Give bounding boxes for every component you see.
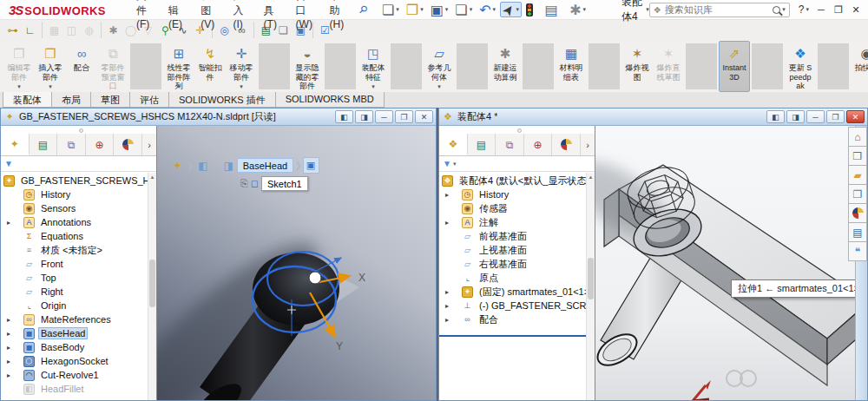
taskpane-forum-tab[interactable]: ❝ bbox=[848, 241, 867, 261]
tree-item-origin[interactable]: ▸ ⌞ Origin bbox=[1, 299, 156, 312]
web-button[interactable]: ◍ bbox=[81, 22, 97, 38]
snapshot-button[interactable]: ◉ 拍快照 ▾ bbox=[851, 41, 868, 92]
linear-pattern-button[interactable]: ⊞ 线性零部件阵列 ▾ bbox=[163, 41, 194, 92]
tree-item-annotations[interactable]: ▸ A Annotations bbox=[1, 215, 156, 229]
expand-arrow-icon[interactable]: ▸ bbox=[445, 288, 449, 296]
explode-lines-button[interactable]: ✶ 爆炸直线草图 ▾ bbox=[653, 41, 684, 92]
dropdown-caret-icon[interactable]: ▾ bbox=[49, 82, 52, 92]
dropdown-caret-icon[interactable]: ▾ bbox=[445, 6, 449, 13]
mate-tool-button[interactable]: ⊶ bbox=[4, 22, 21, 38]
part-crumb-icon[interactable]: ✦ bbox=[169, 157, 186, 174]
taskpane-file-explorer-tab[interactable]: ▰ bbox=[848, 165, 867, 185]
tree-item-front-plane[interactable]: ▸ ▱ 前视基准面 bbox=[439, 229, 595, 243]
tree-item-history[interactable]: ▸ ◷ History bbox=[1, 187, 156, 201]
taskpane-custom-properties-tab[interactable]: ▤ bbox=[848, 222, 867, 242]
separator[interactable]: ▾ bbox=[686, 43, 717, 89]
displaymanager-tab[interactable] bbox=[552, 134, 581, 155]
dropdown-caret-icon[interactable]: ▾ bbox=[437, 82, 441, 92]
breadcrumb-feature-label[interactable]: BaseHead bbox=[237, 158, 293, 173]
help-button[interactable]: ? ▾ bbox=[799, 3, 809, 16]
undo-button[interactable]: ↶ ▾ bbox=[477, 2, 498, 17]
featuremanager-tree-tab[interactable]: ❖ bbox=[439, 134, 468, 155]
tree-item-right-plane[interactable]: ▸ ▱ 右视基准面 bbox=[439, 257, 595, 271]
expand-arrow-icon[interactable]: ▸ bbox=[7, 358, 10, 365]
move-component-button[interactable]: ✛ 移动零部件 ▾ bbox=[226, 41, 257, 92]
part-window-titlebar[interactable]: ✦ GB_FASTENER_SCREWS_HSHCS M12X40-N.sldp… bbox=[1, 108, 436, 126]
expand-arrow-icon[interactable]: ▸ bbox=[445, 219, 449, 227]
panel-tabs-expand-chevron[interactable]: › bbox=[142, 134, 156, 155]
save-button[interactable]: ▣ ▾ bbox=[428, 2, 451, 17]
tab-solidworks-addins[interactable]: SOLIDWORKS 插件 bbox=[168, 92, 276, 108]
minimize-button[interactable]: ─ bbox=[375, 110, 393, 123]
separator[interactable]: ▾ bbox=[391, 43, 422, 89]
close-button[interactable]: ✕ bbox=[847, 4, 865, 16]
separator[interactable]: ▾ bbox=[130, 43, 161, 89]
separator[interactable]: ▾ bbox=[325, 43, 356, 89]
pane-right-button[interactable]: ◨ bbox=[786, 110, 805, 123]
sketch-crumb-icon[interactable]: ▣ bbox=[303, 157, 319, 174]
dropdown-caret-icon[interactable]: ▾ bbox=[493, 6, 496, 13]
expand-arrow-icon[interactable]: ▸ bbox=[7, 316, 10, 324]
mate-button[interactable]: ∞ 配合 ▾ bbox=[66, 41, 97, 92]
tab-sketch[interactable]: 草图 bbox=[90, 92, 130, 108]
dropdown-caret-icon[interactable]: ▾ bbox=[583, 6, 587, 13]
select-tool-button[interactable]: ➤ ▾ bbox=[500, 2, 522, 17]
expand-arrow-icon[interactable]: ▸ bbox=[7, 371, 10, 379]
tree-item-top-plane[interactable]: ▸ ▱ Top bbox=[1, 271, 156, 285]
dropdown-caret-icon[interactable]: ▾ bbox=[177, 82, 181, 92]
search-icon[interactable] bbox=[773, 6, 780, 14]
filter-caret-icon[interactable]: ▾ bbox=[453, 161, 457, 168]
tree-item-equations[interactable]: ▸ Σ Equations bbox=[1, 229, 156, 243]
screen-capture-button[interactable]: ▦ bbox=[46, 22, 62, 38]
cone-tool-button[interactable]: ▽ bbox=[140, 22, 156, 38]
dropdown-caret-icon[interactable]: ▾ bbox=[240, 82, 243, 92]
expand-arrow-icon[interactable]: ▸ bbox=[7, 330, 10, 338]
insert-component-button[interactable]: ❒ 插入零部件 ▾ bbox=[35, 41, 66, 92]
menu-tools[interactable]: 工具(T) bbox=[256, 0, 288, 32]
propertymanager-tab[interactable]: ▤ bbox=[468, 134, 496, 155]
pin-menu-icon[interactable]: ⚲ bbox=[356, 3, 370, 16]
featuremanager-tree-tab[interactable]: ✦ bbox=[1, 134, 30, 155]
scroll-up-icon[interactable]: ▲ bbox=[148, 173, 156, 180]
pane-left-button[interactable]: ◧ bbox=[766, 110, 785, 123]
tree-item-annotations[interactable]: ▸ A 注解 bbox=[439, 215, 595, 229]
restore-button[interactable]: ❐ bbox=[830, 4, 847, 16]
expand-arrow-icon[interactable]: ▸ bbox=[7, 344, 10, 352]
pane-left-button[interactable]: ◧ bbox=[335, 110, 353, 123]
close-button[interactable]: ✕ bbox=[415, 110, 433, 123]
options-button[interactable]: ✱ ▾ bbox=[567, 2, 589, 17]
print-button[interactable]: ❏ ▾ bbox=[452, 2, 475, 17]
assembly-viewport-canvas[interactable] bbox=[595, 126, 856, 400]
scrollbar-thumb[interactable] bbox=[149, 260, 155, 307]
taskpane-home-tab[interactable]: ⌂ bbox=[848, 127, 867, 147]
tree-item-cut-revolve1[interactable]: ▸ ◠ Cut-Revolve1 bbox=[1, 368, 156, 382]
tree-item-material[interactable]: ▸ ≡ 材质 <未指定> bbox=[1, 243, 156, 257]
tree-scrollbar[interactable]: ▲ bbox=[586, 173, 595, 400]
dropdown-caret-icon[interactable]: ▾ bbox=[17, 82, 21, 92]
settings-button[interactable]: ✱ bbox=[105, 22, 122, 38]
menu-insert[interactable]: 插入(I) bbox=[226, 0, 256, 32]
body-crumb-icon[interactable]: ◧ bbox=[194, 157, 211, 174]
speedpak-button[interactable]: ❖ 更新 Speedpak ▾ bbox=[785, 41, 816, 92]
instant3d-button[interactable]: ⇗ Instant3D ▾ bbox=[719, 41, 750, 92]
scheme-button[interactable]: ◫ bbox=[63, 22, 80, 38]
scrollbar-thumb[interactable] bbox=[588, 258, 594, 299]
rollback-bar[interactable] bbox=[439, 335, 595, 337]
new-document-button[interactable]: ❏ ▾ bbox=[379, 2, 402, 17]
tree-item-smartmates[interactable]: ▸ ✦ (固定) smartmates_01<1> (默认<< bbox=[439, 285, 595, 299]
reference-geometry-button[interactable]: ▱ 参考几何体 ▾ bbox=[424, 41, 455, 92]
dimxpertmanager-tab[interactable]: ⊕ bbox=[86, 134, 115, 155]
tree-root-part[interactable]: ▸ ✦ GB_FASTENER_SCREWS_HSHCS M12X40-N bbox=[1, 174, 156, 187]
displaymanager-tab[interactable] bbox=[114, 134, 142, 155]
tree-item-hexagonsocket[interactable]: ▸ ⬡ HexagonSocket bbox=[1, 354, 156, 368]
tab-assembly[interactable]: 装配体 bbox=[3, 92, 52, 108]
component-preview-button[interactable]: ⧉ 零部件预览窗口 ▾ bbox=[97, 41, 128, 92]
separator[interactable]: ▾ bbox=[752, 43, 783, 89]
smart-fasteners-button[interactable]: ↯ 智能扣件 ▾ bbox=[194, 41, 226, 92]
expand-arrow-icon[interactable]: ▸ bbox=[7, 219, 10, 227]
menu-window[interactable]: 窗口(W) bbox=[288, 0, 322, 32]
separator[interactable]: ▾ bbox=[457, 43, 488, 89]
taskpane-appearances-tab[interactable] bbox=[848, 203, 867, 223]
motion-study-button[interactable]: ✱ 新建运动算例 ▾ bbox=[490, 41, 521, 92]
tree-item-matereferences[interactable]: ▸ ∞ MateReferences bbox=[1, 312, 156, 326]
